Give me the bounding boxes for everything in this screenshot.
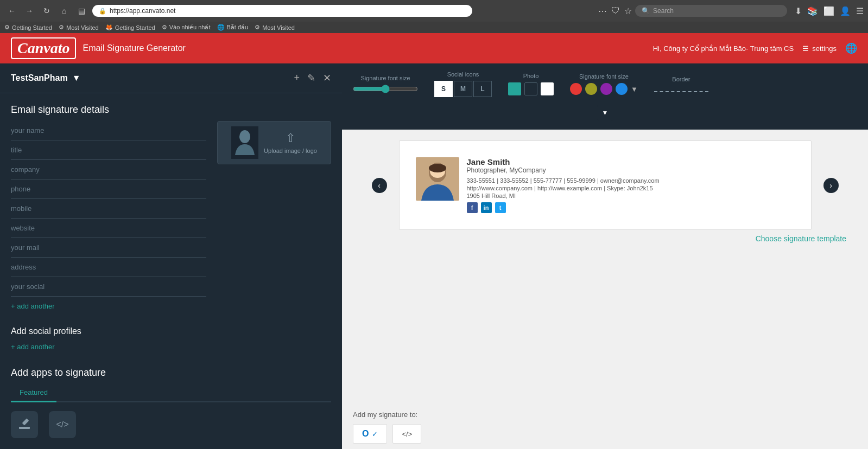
upload-image-preview bbox=[231, 126, 258, 159]
prev-template-button[interactable]: ‹ bbox=[372, 178, 387, 193]
add-another-field-button[interactable]: + add another bbox=[11, 302, 55, 310]
add-social-button[interactable]: + add another bbox=[11, 343, 55, 351]
bookmark-icon-2: ⚙ bbox=[59, 24, 64, 31]
input-title[interactable] bbox=[11, 146, 206, 154]
size-buttons: S M L bbox=[434, 81, 492, 97]
social-section: Add social profiles + add another bbox=[0, 316, 342, 356]
tabs-icon[interactable]: ⬜ bbox=[823, 6, 834, 16]
form-right: ⇧ Upload image / logo bbox=[217, 121, 331, 316]
menu-icon[interactable]: ☰ bbox=[856, 6, 864, 16]
font-size-control-2: Signature font size ▼ bbox=[570, 73, 638, 95]
bookmark-getting-started-2[interactable]: 🦊 Getting Started bbox=[105, 24, 155, 31]
upload-label: ⇧ Upload image / logo bbox=[264, 131, 317, 154]
input-phone[interactable] bbox=[11, 185, 206, 193]
refresh-button[interactable]: ↻ bbox=[39, 3, 54, 18]
tab-featured[interactable]: Featured bbox=[11, 384, 56, 402]
greeting-text: Hi, Công ty Cổ phần Mắt Bão- Trung tâm C… bbox=[653, 44, 794, 53]
svg-rect-2 bbox=[22, 419, 29, 426]
bookmark-most-visited-2[interactable]: ⚙ Most Visited bbox=[255, 24, 295, 31]
browser-toolbar: ← → ↻ ⌂ ▤ 🔒 https://app.canvato.net ⋯ 🛡 … bbox=[0, 0, 868, 22]
nav-buttons: ← → ↻ ⌂ ▤ bbox=[4, 3, 89, 18]
upload-area[interactable]: ⇧ Upload image / logo bbox=[217, 121, 331, 164]
shield-icon[interactable]: 🛡 bbox=[611, 6, 620, 16]
app-title: Email Signature Generator bbox=[83, 43, 185, 53]
download-icon[interactable]: ⬇ bbox=[795, 6, 802, 16]
sig-info: Jane Smith Photographer, MyCompany 333-5… bbox=[467, 157, 795, 213]
back-button[interactable]: ← bbox=[4, 3, 20, 18]
signature-controls: Signature font size Social icons S M L P… bbox=[342, 63, 868, 105]
edit-signature-button[interactable]: ✎ bbox=[307, 72, 315, 84]
bookmark-bat-dau[interactable]: 🌐 Bắt đầu bbox=[217, 24, 249, 31]
expand-controls-area: ▼ bbox=[342, 105, 868, 130]
choose-signature-template-link[interactable]: Choose signature template bbox=[353, 230, 857, 247]
photo-swatches bbox=[508, 82, 554, 95]
border-control: Border bbox=[654, 76, 708, 93]
sig-phone: 333-55551 | 333-55552 | 555-77777 | 555-… bbox=[467, 177, 795, 184]
home-button[interactable]: ⌂ bbox=[56, 3, 72, 18]
size-small-button[interactable]: S bbox=[434, 81, 453, 97]
signature-card: Jane Smith Photographer, MyCompany 333-5… bbox=[410, 152, 800, 219]
font-color-red[interactable] bbox=[570, 83, 582, 95]
field-company bbox=[11, 160, 206, 179]
input-company[interactable] bbox=[11, 165, 206, 174]
photo-swatch-dark[interactable] bbox=[524, 82, 537, 95]
search-bar[interactable]: 🔍 Search bbox=[635, 5, 787, 17]
font-size-label: Signature font size bbox=[353, 75, 418, 81]
expand-controls-button[interactable]: ▼ bbox=[597, 105, 613, 121]
font-size-slider[interactable] bbox=[353, 85, 418, 93]
input-mobile[interactable] bbox=[11, 204, 206, 213]
signature-name[interactable]: TestSanPham ▼ bbox=[11, 73, 80, 83]
input-social[interactable] bbox=[11, 283, 206, 291]
apps-title: Add apps to signature bbox=[11, 367, 331, 379]
outlook-icon: O bbox=[362, 429, 369, 439]
hamburger-icon: ☰ bbox=[802, 44, 809, 53]
library-icon[interactable]: 📚 bbox=[807, 6, 818, 16]
sig-name: Jane Smith bbox=[467, 157, 795, 166]
right-panel: Signature font size Social icons S M L P… bbox=[342, 63, 868, 449]
svg-point-6 bbox=[429, 164, 446, 172]
forward-button[interactable]: → bbox=[22, 3, 37, 18]
font-color-olive[interactable] bbox=[585, 83, 597, 95]
close-signature-button[interactable]: ✕ bbox=[323, 72, 331, 84]
add-to-outlook-button[interactable]: O ✓ bbox=[353, 424, 387, 444]
size-medium-button[interactable]: M bbox=[454, 81, 472, 97]
photo-swatch-white[interactable] bbox=[541, 82, 554, 95]
font-size-control: Signature font size bbox=[353, 75, 418, 93]
add-to-html-button[interactable]: </> bbox=[392, 424, 421, 444]
svg-point-0 bbox=[239, 130, 250, 143]
left-panel-header: TestSanPham ▼ + ✎ ✕ bbox=[0, 63, 342, 93]
profile-icon[interactable]: 👤 bbox=[840, 6, 851, 16]
next-template-button[interactable]: › bbox=[823, 178, 839, 193]
bookmark-icon[interactable]: ☆ bbox=[624, 6, 632, 16]
bookmark-getting-started-1[interactable]: ⚙ Getting Started bbox=[4, 24, 52, 31]
app-icon-law[interactable] bbox=[11, 411, 38, 438]
twitter-icon[interactable]: t bbox=[495, 202, 506, 213]
apps-section: Add apps to signature Featured bbox=[0, 356, 342, 449]
search-icon: 🔍 bbox=[642, 7, 650, 15]
border-preview bbox=[654, 91, 708, 93]
font-color-blue[interactable] bbox=[616, 83, 628, 95]
linkedin-icon[interactable]: in bbox=[481, 202, 492, 213]
add-to-label: Add my signature to: bbox=[353, 410, 857, 419]
input-mail[interactable] bbox=[11, 243, 206, 252]
input-address[interactable] bbox=[11, 263, 206, 271]
logo-area: Canvato Email Signature Generator bbox=[11, 37, 186, 59]
bookmark-vao-nhieu-nhat[interactable]: ⚙ Vào nhiều nhất bbox=[162, 24, 211, 31]
app-icon-code[interactable]: </> bbox=[49, 411, 76, 438]
size-large-button[interactable]: L bbox=[473, 81, 492, 97]
settings-button[interactable]: ☰ settings bbox=[802, 44, 837, 53]
url-bar[interactable]: 🔒 https://app.canvato.net bbox=[92, 5, 472, 17]
add-signature-button[interactable]: + bbox=[294, 72, 300, 84]
input-website[interactable] bbox=[11, 224, 206, 232]
font-color-purple[interactable] bbox=[600, 83, 612, 95]
color-dropdown-button[interactable]: ▼ bbox=[631, 85, 638, 93]
extensions-button[interactable]: ▤ bbox=[74, 3, 89, 18]
bookmark-most-visited-1[interactable]: ⚙ Most Visited bbox=[59, 24, 99, 31]
more-icon[interactable]: ⋯ bbox=[598, 6, 607, 16]
field-address bbox=[11, 258, 206, 277]
photo-swatch-teal[interactable] bbox=[508, 82, 521, 95]
globe-icon[interactable]: 🌐 bbox=[845, 42, 857, 54]
gavel-icon bbox=[17, 417, 32, 432]
facebook-icon[interactable]: f bbox=[467, 202, 478, 213]
input-your-name[interactable] bbox=[11, 126, 206, 134]
